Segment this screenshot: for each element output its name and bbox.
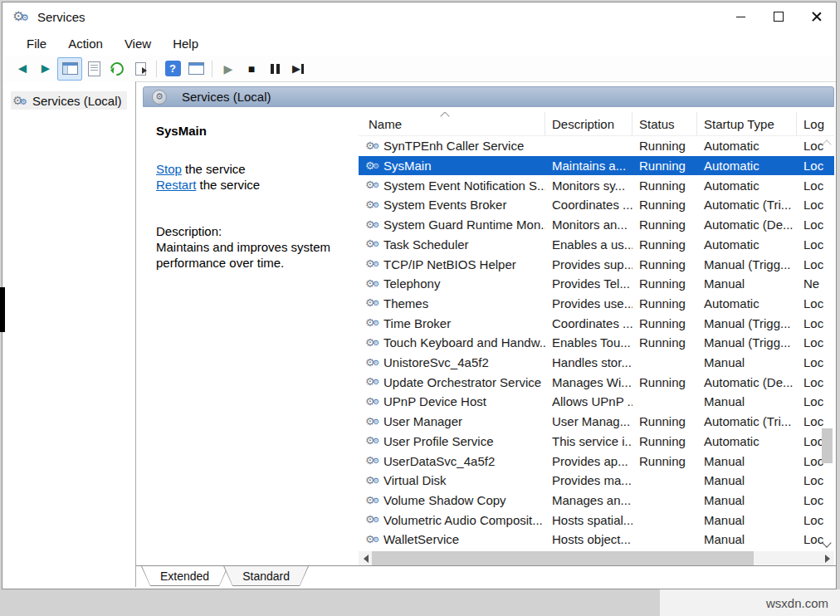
- menu-action[interactable]: Action: [57, 37, 114, 51]
- service-gear-icon: ⚙⚙: [365, 473, 381, 488]
- table-row[interactable]: ⚙⚙TelephonyProvides Tel...RunningManualN…: [359, 274, 834, 294]
- service-gear-icon: ⚙⚙: [365, 218, 381, 232]
- service-name-cell: ⚙⚙System Events Broker: [359, 198, 545, 213]
- menu-help[interactable]: Help: [162, 37, 209, 51]
- service-description-cell: Coordinates ...: [545, 316, 632, 330]
- services-node-icon: ⚙ ⚙: [12, 93, 29, 108]
- scroll-up-icon[interactable]: [822, 139, 831, 149]
- table-row[interactable]: ⚙⚙WalletServiceHosts object...ManualLoc: [359, 530, 834, 550]
- table-row[interactable]: ⚙⚙UPnP Device HostAllows UPnP ...ManualL…: [359, 392, 834, 412]
- vertical-scroll-thumb[interactable]: [822, 428, 833, 463]
- service-startup-cell: Automatic (De...: [697, 375, 797, 389]
- table-row[interactable]: ⚙⚙User Profile ServiceThis service i...R…: [359, 432, 834, 452]
- service-name-cell: ⚙⚙Touch Keyboard and Handw...: [359, 335, 545, 350]
- table-row[interactable]: ⚙⚙User ManagerUser Manag...RunningAutoma…: [359, 412, 834, 432]
- service-startup-cell: Automatic: [697, 237, 797, 252]
- service-gear-icon: ⚙⚙: [365, 453, 381, 468]
- table-row[interactable]: ⚙⚙SysMainMaintains a...RunningAutomaticL…: [359, 156, 834, 176]
- refresh-button[interactable]: [105, 58, 129, 80]
- table-row[interactable]: ⚙⚙System Event Notification S...Monitors…: [359, 175, 834, 195]
- service-description-cell: Monitors sy...: [545, 178, 632, 193]
- service-startup-cell: Manual (Trigg...: [697, 335, 797, 350]
- tree-item-services-local[interactable]: ⚙ ⚙ Services (Local): [11, 91, 127, 110]
- service-name-cell: ⚙⚙System Event Notification S...: [359, 178, 545, 193]
- table-row[interactable]: ⚙⚙ThemesProvides use...RunningAutomaticL…: [359, 294, 834, 314]
- back-icon: ◄: [16, 61, 30, 76]
- pause-service-button[interactable]: [263, 58, 286, 80]
- vertical-scrollbar[interactable]: [820, 136, 834, 551]
- panel-header-title: Services (Local): [182, 90, 271, 104]
- start-service-button[interactable]: ▶: [217, 58, 240, 80]
- scroll-right-button[interactable]: [820, 551, 834, 565]
- horizontal-scrollbar[interactable]: [359, 551, 834, 565]
- table-row[interactable]: ⚙⚙Volume Shadow CopyManages an...ManualL…: [359, 491, 834, 511]
- service-status-cell: Running: [632, 434, 697, 448]
- column-header-name[interactable]: Name: [359, 112, 545, 135]
- service-startup-cell: Manual: [697, 355, 797, 369]
- table-row[interactable]: ⚙⚙Touch Keyboard and Handw...Enables Tou…: [359, 333, 834, 353]
- table-row[interactable]: ⚙⚙Volumetric Audio Composit...Hosts spat…: [359, 510, 834, 530]
- action-pane-toggle[interactable]: [184, 58, 208, 80]
- service-status-cell: Running: [632, 335, 697, 350]
- service-description-cell: This service i...: [545, 434, 632, 448]
- service-name-cell: ⚙⚙User Manager: [359, 414, 545, 429]
- restart-service-button[interactable]: ▶: [286, 58, 310, 80]
- column-header-description[interactable]: Description: [545, 112, 632, 135]
- description-label: Description:: [156, 223, 349, 239]
- restart-service-link[interactable]: Restart: [156, 178, 196, 192]
- tab-standard[interactable]: Standard: [223, 566, 309, 586]
- forward-button[interactable]: ►: [34, 58, 57, 80]
- table-row[interactable]: ⚙⚙System Events BrokerCoordinates ...Run…: [359, 195, 834, 215]
- table-row[interactable]: ⚙⚙Time BrokerCoordinates ...RunningManua…: [359, 313, 834, 333]
- service-gear-icon: ⚙⚙: [365, 433, 381, 448]
- service-name-cell: ⚙⚙SynTPEnh Caller Service: [359, 139, 545, 154]
- column-header-log-on-as[interactable]: Log: [797, 112, 834, 135]
- service-startup-cell: Manual: [697, 394, 797, 408]
- service-description-cell: Handles stor...: [545, 355, 632, 369]
- table-row[interactable]: ⚙⚙System Guard Runtime Mon...Monitors an…: [359, 215, 834, 235]
- service-startup-cell: Manual (Trigg...: [697, 316, 797, 330]
- service-status-cell: Running: [632, 159, 697, 173]
- service-description-cell: Provides Tel...: [545, 276, 632, 291]
- service-status-cell: Running: [632, 296, 697, 310]
- table-row[interactable]: ⚙⚙Task SchedulerEnables a us...RunningAu…: [359, 235, 834, 255]
- scroll-left-button[interactable]: [359, 551, 373, 565]
- console-tree-pane: ⚙ ⚙ Services (Local): [2, 81, 136, 587]
- menu-view[interactable]: View: [114, 37, 162, 51]
- desktop-background: wsxdn.com: [0, 589, 840, 616]
- service-name-cell: ⚙⚙Task Scheduler: [359, 237, 545, 252]
- service-gear-icon: ⚙⚙: [365, 532, 381, 547]
- scroll-down-icon[interactable]: [822, 538, 831, 547]
- services-app-icon: ⚙ ⚙: [12, 8, 31, 25]
- tab-extended[interactable]: Extended: [141, 566, 228, 586]
- selected-service-name: SysMain: [156, 124, 350, 138]
- table-row[interactable]: ⚙⚙UnistoreSvc_4a5f2Handles stor...Manual…: [359, 353, 834, 373]
- table-row[interactable]: ⚙⚙UserDataSvc_4a5f2Provides ap...Running…: [359, 451, 834, 471]
- column-header-startup-type[interactable]: Startup Type: [697, 112, 797, 135]
- maximize-button[interactable]: [759, 2, 798, 31]
- table-row[interactable]: ⚙⚙Update Orchestrator ServiceManages Wi.…: [359, 372, 834, 392]
- properties-button[interactable]: [82, 58, 105, 80]
- close-button[interactable]: [798, 2, 836, 31]
- stop-service-button[interactable]: ■: [240, 58, 263, 80]
- tree-item-label: Services (Local): [32, 94, 122, 108]
- menu-file[interactable]: File: [16, 37, 57, 51]
- service-status-cell: Running: [632, 237, 697, 252]
- service-startup-cell: Automatic: [697, 296, 797, 310]
- console-tree-toggle[interactable]: [57, 57, 82, 81]
- table-row[interactable]: ⚙⚙TCP/IP NetBIOS HelperProvides sup...Ru…: [359, 254, 834, 274]
- forward-icon: ►: [39, 61, 53, 76]
- minimize-button[interactable]: [721, 2, 759, 31]
- service-name-cell: ⚙⚙TCP/IP NetBIOS Helper: [359, 257, 545, 271]
- horizontal-scroll-thumb[interactable]: [372, 551, 754, 565]
- service-gear-icon: ⚙⚙: [365, 237, 381, 252]
- service-status-cell: Running: [632, 139, 697, 153]
- service-description-cell: Hosts object...: [545, 532, 632, 546]
- table-row[interactable]: ⚙⚙Virtual DiskProvides ma...ManualLoc: [359, 471, 834, 491]
- table-row[interactable]: ⚙⚙SynTPEnh Caller ServiceRunningAutomati…: [359, 136, 834, 156]
- column-header-status[interactable]: Status: [632, 112, 697, 135]
- export-list-button[interactable]: [129, 58, 152, 80]
- help-button[interactable]: ?: [161, 58, 184, 80]
- stop-service-link[interactable]: Stop: [156, 162, 182, 176]
- back-button[interactable]: ◄: [11, 58, 34, 80]
